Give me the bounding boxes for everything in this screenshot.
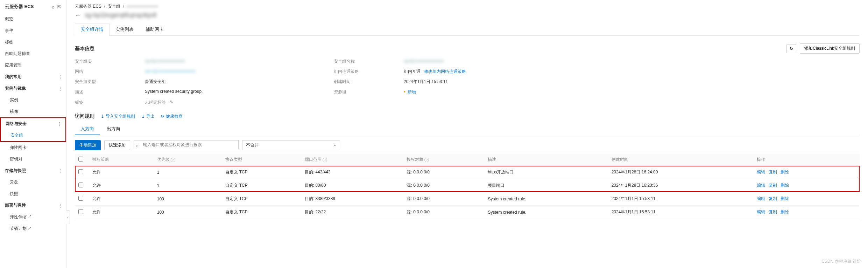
delete-link[interactable]: 删除 xyxy=(781,209,789,215)
health-check-button[interactable]: ⟳健康检查 xyxy=(161,114,183,119)
edit-link[interactable]: 编辑 xyxy=(757,183,765,188)
copy-link[interactable]: 复制 xyxy=(769,196,777,202)
cell-port: 目的: 80/80 xyxy=(301,179,403,192)
policy-text: 组内互通 xyxy=(404,69,421,74)
sidebar-item[interactable]: 节省计划 ↗ xyxy=(0,223,66,234)
help-icon[interactable]: ? xyxy=(171,158,175,162)
label-created: 创建时间 xyxy=(334,79,397,85)
sidebar-item[interactable]: 网络与安全⋮ xyxy=(1,118,65,130)
col-desc: 描述 xyxy=(484,154,608,166)
select-all-checkbox[interactable] xyxy=(78,157,83,162)
cell-proto: 自定义 TCP xyxy=(222,206,301,219)
value-network[interactable]: vpc-bp1xxxxxxxxxxxxxxxxx xyxy=(145,69,327,75)
health-icon: ⟳ xyxy=(161,114,164,119)
label-desc: 描述 xyxy=(75,89,138,95)
basic-info-title: 基本信息 xyxy=(75,46,94,52)
cell-created: 2024年1月1日 15:53:11 xyxy=(608,206,753,219)
more-icon[interactable]: ⋮ xyxy=(58,203,62,208)
more-icon[interactable]: ⋮ xyxy=(58,86,62,91)
cell-priority: 100 xyxy=(154,206,222,219)
rule-search-input[interactable]: ⌕ xyxy=(134,140,239,150)
tags-empty-text: 未绑定标签 xyxy=(145,100,166,105)
modify-policy-link[interactable]: 修改组内网络连通策略 xyxy=(424,69,466,74)
value-resource-group: 新增 xyxy=(404,89,860,95)
crumb-root[interactable]: 云服务器 ECS xyxy=(75,4,101,9)
value-sg-id: sg-bp1xxxxxxxxxxxxx xyxy=(145,59,327,64)
row-checkbox[interactable] xyxy=(78,169,83,174)
resource-group-add-link[interactable]: 新增 xyxy=(404,90,416,95)
cell-priority: 100 xyxy=(154,192,222,206)
quick-add-button[interactable]: 快速添加 xyxy=(104,140,130,150)
edit-link[interactable]: 编辑 xyxy=(757,196,765,202)
more-icon[interactable]: ⋮ xyxy=(58,168,62,174)
tab[interactable]: 辅助网卡 xyxy=(140,23,170,36)
sidebar-item[interactable]: 快照 xyxy=(0,188,66,200)
sidebar-item[interactable]: 实例 xyxy=(0,94,66,106)
manual-add-button[interactable]: 手动添加 xyxy=(75,140,101,150)
watermark: CSDN @程序猿.进阶 xyxy=(821,259,861,264)
copy-link[interactable]: 复制 xyxy=(769,183,777,188)
tab[interactable]: 安全组详情 xyxy=(75,23,110,36)
row-checkbox[interactable] xyxy=(78,183,83,187)
edit-link[interactable]: 编辑 xyxy=(757,169,765,175)
main-content: 云服务器 ECS / 安全组 / xxxxxxxxxxxxxxx ← sg-bp… xyxy=(66,0,868,268)
sidebar-item[interactable]: 存储与快照⋮ xyxy=(0,165,66,177)
direction-tab[interactable]: 出方向 xyxy=(101,123,126,135)
sidebar-item[interactable]: 实例与镜像⋮ xyxy=(0,83,66,94)
sidebar-item[interactable]: 部署与弹性⋮ xyxy=(0,200,66,211)
sidebar-item[interactable]: 概览 xyxy=(0,13,66,25)
value-policy: 组内互通 修改组内网络连通策略 xyxy=(404,69,860,75)
table-row: 允许 100 自定义 TCP 目的: 22/22 源: 0.0.0.0/0 Sy… xyxy=(75,206,860,219)
cell-obj: 源: 0.0.0.0/0 xyxy=(403,192,484,206)
delete-link[interactable]: 删除 xyxy=(781,183,789,188)
delete-link[interactable]: 删除 xyxy=(781,196,789,202)
label-sg-id: 安全组ID xyxy=(75,59,138,64)
sidebar-item[interactable]: 标签 xyxy=(0,36,66,48)
sidebar-item[interactable]: 镜像 xyxy=(0,106,66,117)
import-rules-button[interactable]: ⤓导入安全组规则 xyxy=(101,114,135,119)
search-icon[interactable]: ⌕ xyxy=(52,4,55,9)
direction-tab[interactable]: 入方向 xyxy=(75,123,100,135)
label-policy: 组内连通策略 xyxy=(334,69,397,75)
export-rules-button[interactable]: ⤓导出 xyxy=(141,114,155,119)
sidebar-item[interactable]: 弹性网卡 xyxy=(0,142,66,153)
more-icon[interactable]: ⋮ xyxy=(58,74,62,80)
crumb-current: xxxxxxxxxxxxxxx xyxy=(127,4,158,9)
refresh-button[interactable]: ↻ xyxy=(786,44,796,53)
copy-link[interactable]: 复制 xyxy=(769,209,777,215)
sidebar-item[interactable]: 密钥对 xyxy=(0,153,66,165)
page-title: sg-bp1bvgerqt6ujnqzikjo8 xyxy=(85,12,156,19)
table-row: 允许 1 自定义 TCP 目的: 443/443 源: 0.0.0.0/0 ht… xyxy=(75,166,860,179)
more-icon[interactable]: ⋮ xyxy=(58,121,61,127)
sidebar-header: 云服务器 ECS ⌕ ⇱ xyxy=(0,0,66,13)
merge-select[interactable]: 不合并 xyxy=(242,140,340,150)
row-checkbox[interactable] xyxy=(78,209,83,214)
export-icon: ⤓ xyxy=(141,114,145,119)
label-sg-name: 安全组名称 xyxy=(334,59,397,64)
add-classiclink-rule-button[interactable]: 添加ClassicLink安全组规则 xyxy=(800,43,860,54)
table-row: 允许 1 自定义 TCP 目的: 80/80 源: 0.0.0.0/0 项目端口… xyxy=(75,179,860,192)
label-tags: 标签 xyxy=(75,99,138,105)
sidebar-item[interactable]: 我的常用⋮ xyxy=(0,71,66,83)
crumb-sg[interactable]: 安全组 xyxy=(108,4,120,9)
edit-tags-icon[interactable]: ✎ xyxy=(170,99,174,105)
sidebar-item[interactable]: 自助问题排查 xyxy=(0,48,66,60)
tab[interactable]: 实例列表 xyxy=(110,23,140,36)
copy-link[interactable]: 复制 xyxy=(769,169,777,175)
help-icon[interactable]: ? xyxy=(424,158,429,162)
sidebar-item[interactable]: 云盘 xyxy=(0,177,66,188)
col-ops: 操作 xyxy=(753,154,860,166)
delete-link[interactable]: 删除 xyxy=(781,169,789,175)
sidebar-item[interactable]: 应用管理 xyxy=(0,60,66,71)
sidebar-item[interactable]: 安全组 xyxy=(1,130,65,141)
edit-link[interactable]: 编辑 xyxy=(757,209,765,215)
pin-icon[interactable]: ⇱ xyxy=(57,4,61,9)
row-checkbox[interactable] xyxy=(78,196,83,201)
cell-port: 目的: 3389/3389 xyxy=(301,192,403,206)
sidebar-item[interactable]: 弹性伸缩 ↗ xyxy=(0,211,66,223)
rule-search-field[interactable] xyxy=(134,140,239,149)
sidebar-collapse-handle[interactable]: ‹ xyxy=(66,210,70,224)
back-arrow-icon[interactable]: ← xyxy=(75,12,81,19)
help-icon[interactable]: ? xyxy=(323,158,327,162)
sidebar-item[interactable]: 事件 xyxy=(0,25,66,36)
